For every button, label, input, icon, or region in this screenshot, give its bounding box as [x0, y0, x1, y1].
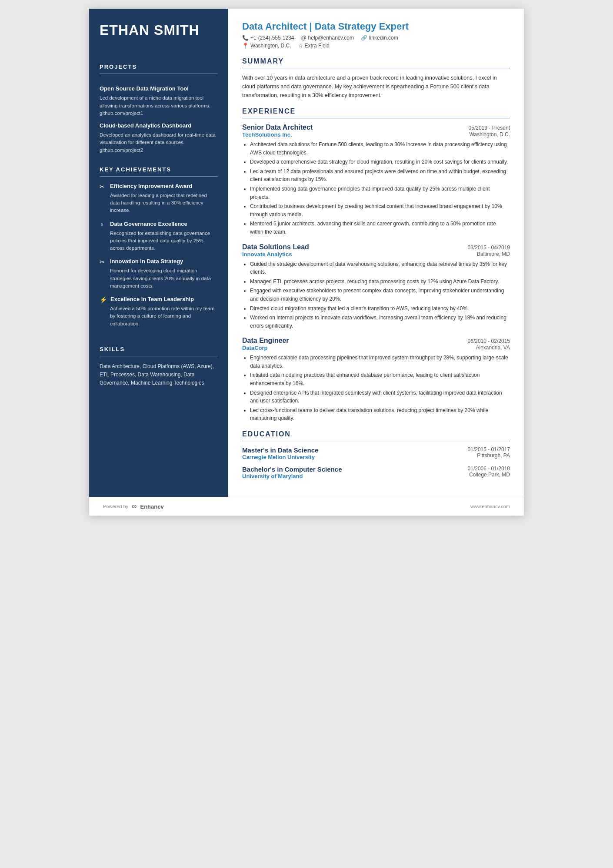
skills-divider [100, 356, 218, 356]
list-item: Implemented strong data governance princ… [250, 185, 510, 201]
list-item: Architected data solutions for Fortune 5… [250, 141, 510, 157]
job-3-dates: 06/2010 - 02/2015 [468, 338, 510, 344]
list-item: Guided the strategic development of data… [250, 260, 510, 276]
contact-phone: 📞 +1-(234)-555-1234 [242, 35, 294, 41]
resume-wrapper: ETHAN SMITH PROJECTS Open Source Data Mi… [89, 9, 524, 516]
summary-text: With over 10 years in data architecture … [242, 74, 510, 100]
candidate-name: ETHAN SMITH [100, 22, 218, 38]
achievement-2-icon: ♀ [100, 221, 107, 228]
list-item: Worked on internal projects to innovate … [250, 314, 510, 330]
main-title: Data Architect | Data Strategy Expert [242, 21, 510, 32]
project-item-2: Cloud-based Analytics Dashboard Develope… [100, 117, 218, 154]
list-item: Led a team of 12 data professionals and … [250, 168, 510, 184]
resume-footer: Powered by ∞ Enhancv www.enhancv.com [89, 497, 524, 516]
projects-divider [100, 74, 218, 74]
skills-text: Data Architecture, Cloud Platforms (AWS,… [100, 362, 218, 388]
project-2-desc: Developed an analytics dashboard for rea… [100, 131, 218, 154]
education-divider [242, 441, 510, 441]
edu-1-location: Pittsburgh, PA [468, 452, 510, 459]
contact-extra: ☆ Extra Field [298, 43, 330, 49]
education-section-title: EDUCATION [242, 430, 510, 438]
brand-name: Enhancv [140, 503, 164, 510]
edu-2-school: University of Maryland [242, 473, 342, 479]
job-2-title: Data Solutions Lead [242, 243, 309, 251]
main-content: Data Architect | Data Strategy Expert 📞 … [228, 9, 524, 497]
job-3-company: DataCorp [242, 345, 268, 351]
website-text: www.enhancv.com [470, 504, 510, 509]
list-item: Managed ETL processes across projects, r… [250, 278, 510, 286]
list-item: Initiated data modeling practices that e… [250, 371, 510, 387]
edu-item-2: Bachelor's in Computer Science Universit… [242, 466, 510, 479]
enhancv-logo-icon: ∞ [132, 503, 137, 510]
list-item: Directed cloud migration strategy that l… [250, 305, 510, 313]
resume-body: ETHAN SMITH PROJECTS Open Source Data Mi… [89, 9, 524, 497]
email-text: help@enhancv.com [308, 35, 354, 41]
job-block-1: Senior Data Architect 05/2019 - Present … [242, 124, 510, 236]
job-3-location: Alexandria, VA [476, 345, 510, 351]
job-1-company: TechSolutions Inc. [242, 131, 292, 138]
job-1-location: Washington, D.C. [469, 131, 510, 138]
edu-1-school: Carnegie Mellon University [242, 454, 318, 460]
job-3-bullets: Engineered scalable data processing pipe… [242, 354, 510, 422]
linkedin-icon: 🔗 [361, 35, 367, 41]
skills-section-title: SKILLS [100, 346, 218, 352]
extra-text: Extra Field [305, 43, 330, 49]
footer-left: Powered by ∞ Enhancv [103, 503, 164, 510]
phone-icon: 📞 [242, 35, 249, 41]
achievement-item-3: ✂ Innovation in Data Strategy Honored fo… [100, 258, 218, 290]
project-2-title: Cloud-based Analytics Dashboard [100, 122, 218, 129]
job-block-3: Data Engineer 06/2010 - 02/2015 DataCorp… [242, 337, 510, 422]
contact-location: 📍 Washington, D.C. [242, 43, 291, 49]
achievement-item-4: ⚡ Excellence in Team Leadership Achieved… [100, 296, 218, 328]
achievements-divider [100, 176, 218, 177]
achievement-1-title: Efficiency Improvement Award [110, 183, 192, 190]
list-item: Engineered scalable data processing pipe… [250, 354, 510, 370]
star-icon: ☆ [298, 43, 303, 49]
achievement-3-desc: Honored for developing cloud migration s… [100, 267, 218, 290]
list-item: Engaged with executive stakeholders to p… [250, 287, 510, 303]
achievements-section-title: KEY ACHIEVEMENTS [100, 166, 218, 173]
achievement-2-desc: Recognized for establishing data governa… [100, 230, 218, 252]
job-2-company: Innovate Analytics [242, 251, 292, 258]
footer-right: www.enhancv.com [470, 504, 510, 509]
edu-2-dates: 01/2006 - 01/2010 [468, 466, 510, 472]
sidebar: ETHAN SMITH PROJECTS Open Source Data Mi… [89, 9, 228, 497]
contact-email: @ help@enhancv.com [301, 35, 354, 41]
job-1-dates: 05/2019 - Present [469, 125, 510, 131]
powered-by-text: Powered by [103, 504, 128, 509]
linkedin-text: linkedin.com [369, 35, 398, 41]
job-2-bullets: Guided the strategic development of data… [242, 260, 510, 330]
list-item: Designed enterprise APIs that integrated… [250, 389, 510, 405]
list-item: Mentored 5 junior architects, advancing … [250, 220, 510, 236]
achievement-item-2: ♀ Data Governance Excellence Recognized … [100, 221, 218, 252]
job-1-bullets: Architected data solutions for Fortune 5… [242, 141, 510, 236]
project-1-title: Open Source Data Migration Tool [100, 85, 218, 92]
email-icon: @ [301, 35, 306, 41]
job-2-location: Baltimore, MD [477, 251, 510, 258]
achievement-4-desc: Achieved a 50% promotion rate within my … [100, 305, 218, 328]
achievement-3-title: Innovation in Data Strategy [110, 258, 183, 265]
location-icon: 📍 [242, 43, 249, 49]
contact-row-1: 📞 +1-(234)-555-1234 @ help@enhancv.com 🔗… [242, 35, 510, 41]
edu-item-1: Master's in Data Science Carnegie Mellon… [242, 446, 510, 460]
job-1-title: Senior Data Architect [242, 124, 313, 131]
achievement-4-title: Excellence in Team Leadership [110, 296, 194, 303]
achievement-1-desc: Awarded for leading a project that redef… [100, 192, 218, 214]
list-item: Led cross-functional teams to deliver da… [250, 406, 510, 422]
achievement-1-icon: ✂ [100, 183, 107, 190]
contact-linkedin: 🔗 linkedin.com [361, 35, 398, 41]
summary-divider [242, 68, 510, 68]
experience-section-title: EXPERIENCE [242, 107, 510, 115]
achievement-4-icon: ⚡ [100, 296, 107, 303]
achievement-2-title: Data Governance Excellence [110, 221, 187, 228]
project-1-desc: Led development of a niche data migratio… [100, 94, 218, 117]
edu-1-dates: 01/2015 - 01/2017 [468, 446, 510, 452]
project-item-1: Open Source Data Migration Tool Led deve… [100, 80, 218, 117]
achievement-item-1: ✂ Efficiency Improvement Award Awarded f… [100, 183, 218, 214]
job-2-dates: 03/2015 - 04/2019 [468, 245, 510, 251]
edu-2-location: College Park, MD [468, 472, 510, 478]
edu-1-degree: Master's in Data Science [242, 446, 318, 454]
achievement-3-icon: ✂ [100, 258, 107, 265]
summary-section-title: SUMMARY [242, 57, 510, 65]
list-item: Developed a comprehensive data strategy … [250, 158, 510, 166]
